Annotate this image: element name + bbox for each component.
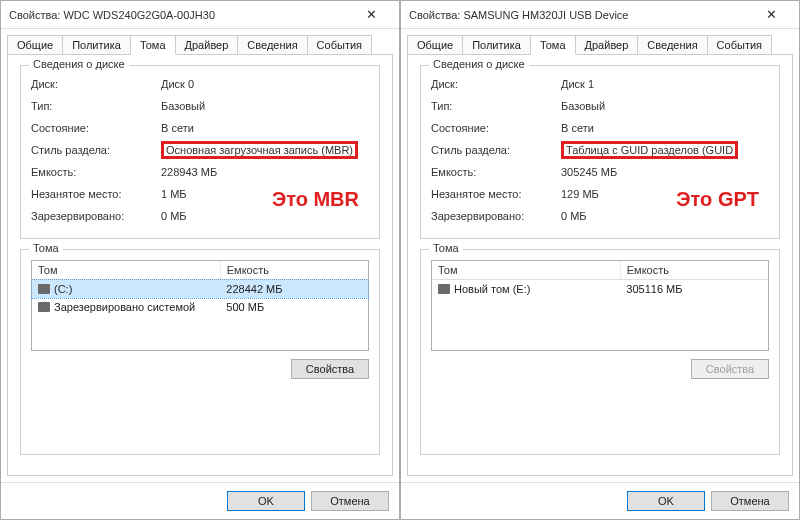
partition-style-label: Стиль раздела: <box>31 142 161 158</box>
tab-details[interactable]: Сведения <box>637 35 707 55</box>
close-icon[interactable]: ✕ <box>751 1 791 29</box>
state-value: В сети <box>161 120 369 136</box>
reserved-value: 0 МБ <box>161 208 369 224</box>
window-title: Свойства: SAMSUNG HM320JI USB Device <box>409 9 751 21</box>
disk-label: Диск: <box>431 76 561 92</box>
reserved-label: Зарезервировано: <box>31 208 161 224</box>
col-capacity[interactable]: Емкость <box>221 261 368 279</box>
state-label: Состояние: <box>431 120 561 136</box>
tab-strip: Общие Политика Тома Драйвер Сведения Соб… <box>1 29 399 55</box>
volume-name: Новый том (E:) <box>454 283 530 295</box>
disk-info-group: Сведения о диске Диск:Диск 1 Тип:Базовый… <box>420 65 780 239</box>
tab-general[interactable]: Общие <box>407 35 463 55</box>
titlebar[interactable]: Свойства: WDC WDS240G2G0A-00JH30 ✕ <box>1 1 399 29</box>
type-label: Тип: <box>431 98 561 114</box>
disk-info-group: Сведения о диске Диск:Диск 0 Тип:Базовый… <box>20 65 380 239</box>
volume-icon <box>438 284 450 294</box>
ok-button[interactable]: OK <box>227 491 305 511</box>
table-row[interactable]: (C:) 228442 МБ <box>32 280 368 298</box>
tab-panel-volumes: Сведения о диске Диск:Диск 0 Тип:Базовый… <box>7 54 393 476</box>
window-title: Свойства: WDC WDS240G2G0A-00JH30 <box>9 9 351 21</box>
col-capacity[interactable]: Емкость <box>621 261 768 279</box>
tab-panel-volumes: Сведения о диске Диск:Диск 1 Тип:Базовый… <box>407 54 793 476</box>
volumes-list[interactable]: Новый том (E:) 305116 МБ <box>432 280 768 350</box>
col-name[interactable]: Том <box>32 261 221 279</box>
volume-icon <box>38 284 50 294</box>
free-label: Незанятое место: <box>431 186 561 202</box>
cancel-button[interactable]: Отмена <box>311 491 389 511</box>
tab-driver[interactable]: Драйвер <box>575 35 639 55</box>
tab-driver[interactable]: Драйвер <box>175 35 239 55</box>
volumes-table: Том Емкость (C:) 228442 МБ Зарезервирова… <box>31 260 369 351</box>
tab-events[interactable]: События <box>707 35 772 55</box>
volumes-table: Том Емкость Новый том (E:) 305116 МБ <box>431 260 769 351</box>
tab-details[interactable]: Сведения <box>237 35 307 55</box>
disk-label: Диск: <box>31 76 161 92</box>
volumes-group: Тома Том Емкость (C:) 228442 МБ Зарезерв… <box>20 249 380 455</box>
tab-volumes[interactable]: Тома <box>130 35 176 55</box>
state-value: В сети <box>561 120 769 136</box>
type-value: Базовый <box>161 98 369 114</box>
cancel-button[interactable]: Отмена <box>711 491 789 511</box>
capacity-value: 228943 МБ <box>161 164 369 180</box>
group-title: Сведения о диске <box>29 58 129 70</box>
volumes-list[interactable]: (C:) 228442 МБ Зарезервировано системой … <box>32 280 368 350</box>
disk-value: Диск 1 <box>561 76 769 92</box>
group-title: Тома <box>429 242 463 254</box>
dialog-footer: OK Отмена <box>401 482 799 519</box>
volume-name: Зарезервировано системой <box>54 301 195 313</box>
volume-icon <box>38 302 50 312</box>
free-value: 1 МБ <box>161 186 369 202</box>
partition-style-value: Основная загрузочная запись (MBR) <box>161 141 358 159</box>
state-label: Состояние: <box>31 120 161 136</box>
group-title: Тома <box>29 242 63 254</box>
titlebar[interactable]: Свойства: SAMSUNG HM320JI USB Device ✕ <box>401 1 799 29</box>
type-label: Тип: <box>31 98 161 114</box>
disk-properties-dialog-right: Свойства: SAMSUNG HM320JI USB Device ✕ О… <box>400 0 800 520</box>
table-row[interactable]: Новый том (E:) 305116 МБ <box>432 280 768 298</box>
disk-value: Диск 0 <box>161 76 369 92</box>
tab-events[interactable]: События <box>307 35 372 55</box>
volume-capacity: 228442 МБ <box>220 282 368 296</box>
table-row[interactable]: Зарезервировано системой 500 МБ <box>32 298 368 316</box>
disk-properties-dialog-left: Свойства: WDC WDS240G2G0A-00JH30 ✕ Общие… <box>0 0 400 520</box>
reserved-label: Зарезервировано: <box>431 208 561 224</box>
table-header[interactable]: Том Емкость <box>432 261 768 280</box>
volume-name: (C:) <box>54 283 72 295</box>
volume-capacity: 500 МБ <box>220 300 368 314</box>
capacity-value: 305245 МБ <box>561 164 769 180</box>
type-value: Базовый <box>561 98 769 114</box>
free-label: Незанятое место: <box>31 186 161 202</box>
volume-properties-button: Свойства <box>691 359 769 379</box>
partition-style-label: Стиль раздела: <box>431 142 561 158</box>
group-title: Сведения о диске <box>429 58 529 70</box>
close-icon[interactable]: ✕ <box>351 1 391 29</box>
tab-general[interactable]: Общие <box>7 35 63 55</box>
ok-button[interactable]: OK <box>627 491 705 511</box>
col-name[interactable]: Том <box>432 261 621 279</box>
tab-strip: Общие Политика Тома Драйвер Сведения Соб… <box>401 29 799 55</box>
volumes-group: Тома Том Емкость Новый том (E:) 305116 М… <box>420 249 780 455</box>
tab-policy[interactable]: Политика <box>62 35 131 55</box>
free-value: 129 МБ <box>561 186 769 202</box>
volume-properties-button[interactable]: Свойства <box>291 359 369 379</box>
capacity-label: Емкость: <box>431 164 561 180</box>
dialog-footer: OK Отмена <box>1 482 399 519</box>
partition-style-value: Таблица с GUID разделов (GUID <box>561 141 738 159</box>
tab-volumes[interactable]: Тома <box>530 35 576 55</box>
volume-capacity: 305116 МБ <box>620 282 768 296</box>
table-header[interactable]: Том Емкость <box>32 261 368 280</box>
tab-policy[interactable]: Политика <box>462 35 531 55</box>
reserved-value: 0 МБ <box>561 208 769 224</box>
capacity-label: Емкость: <box>31 164 161 180</box>
